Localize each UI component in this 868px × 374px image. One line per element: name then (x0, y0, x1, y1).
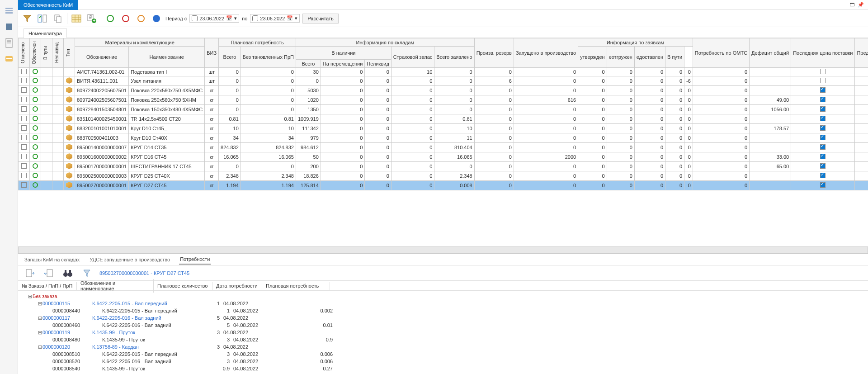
tree-row[interactable]: ⊟0000000119К.1435-99 - Пруток304.08.2022 (23, 329, 863, 336)
col-na-perem[interactable]: На перемещении (321, 60, 365, 68)
col-neotgr[interactable]: еотгружен (607, 47, 634, 68)
table-row[interactable]: АИСТ.741361.002-01Подставка тип Iшт00300… (19, 68, 868, 76)
window-pin-icon[interactable]: 📌 (857, 2, 864, 8)
row-checkbox[interactable] (21, 87, 27, 93)
copy-icon[interactable] (52, 12, 64, 25)
col-utv[interactable]: утвержден (578, 47, 607, 68)
tree-row[interactable]: ⊟Без заказа (23, 293, 863, 300)
col-otmecheno[interactable]: Отмечено (20, 39, 28, 66)
col-vputi[interactable]: В пути (43, 39, 50, 66)
filter-icon[interactable] (21, 12, 33, 25)
rail-icon-3[interactable] (3, 37, 15, 49)
row-checkbox-2[interactable] (820, 78, 826, 83)
detail-col-req[interactable]: Плановая потребность (262, 282, 330, 290)
col-vputi2[interactable]: В пути (665, 47, 684, 68)
detail-item-link[interactable]: 895002700000000001 - КРУГ D27 СТ45 (99, 270, 189, 276)
table-row[interactable]: 809728401503504801Поковка 150х350х480 4Х… (19, 105, 868, 114)
row-checkbox-2[interactable] (820, 116, 826, 121)
filter-icon-2[interactable] (80, 267, 93, 279)
col-strax[interactable]: Страховой запас (391, 47, 434, 68)
row-checkbox-2[interactable] (820, 154, 826, 159)
tree-row[interactable]: ⊟0000000120К.13758-89 - Кардан304.08.202… (23, 343, 863, 350)
row-checkbox-2[interactable] (820, 125, 826, 131)
tree-row[interactable]: 0000008540К.1435-99 - Пруток0.904.08.202… (23, 365, 863, 372)
main-grid[interactable]: Отмечено Обеспечен В пути Неликвид Тип М… (18, 38, 868, 246)
col-posl-cena[interactable]: Последняя цена поставки (791, 38, 855, 68)
bottom-tab-needs[interactable]: Потребности (179, 255, 211, 265)
bottom-tab-stocks[interactable]: Запасы КиМ на складах (24, 255, 80, 264)
col-vsego2[interactable]: Всего (296, 60, 321, 68)
row-checkbox[interactable] (21, 144, 27, 150)
table-row[interactable]: 883700500401003Круг D10 Ст40Хкг343497900… (19, 133, 868, 143)
col-naim[interactable]: Наименование (129, 47, 205, 68)
col-vnalichii[interactable]: В наличии (296, 47, 391, 60)
row-checkbox-2[interactable] (820, 97, 826, 102)
tree-row[interactable]: 0000008510К.6422-2205-015 - Вал передний… (23, 350, 863, 358)
row-checkbox[interactable] (21, 154, 27, 159)
row-checkbox-2[interactable] (820, 182, 826, 188)
date-to-input[interactable]: 23.06.2022📅▾ (250, 14, 300, 23)
col-info-sklad[interactable]: Информация по складам (296, 38, 474, 47)
tree-expand-icon[interactable]: ⊟ (37, 301, 42, 307)
row-checkbox-2[interactable] (820, 144, 826, 150)
row-checkbox-2[interactable] (820, 69, 826, 74)
detail-col-qty[interactable]: Плановое количество (154, 282, 212, 290)
table-row[interactable]: 895002700000000001КРУГ D27 СТ45кг1.1941.… (19, 181, 868, 190)
col-oboz[interactable]: Обозначение (75, 47, 129, 68)
table-row[interactable]: 895002500000000003КРУГ D25 СТ40Хкг2.3482… (19, 171, 868, 181)
col-materials[interactable]: Материалы и комплектующие (75, 38, 205, 47)
col-bez-prp[interactable]: Без тановленных ПрП (241, 47, 296, 68)
row-checkbox-2[interactable] (820, 163, 826, 169)
col-predmet[interactable]: Предмет поставки (855, 38, 868, 68)
col-edost[interactable]: едоставлен (634, 47, 665, 68)
detail-col-order[interactable]: № Заказа / ПлП / ПрП (18, 282, 77, 290)
row-checkbox[interactable] (21, 163, 27, 169)
tree-row[interactable]: 0000008440К.6422-2205-015 - Вал передний… (23, 307, 863, 314)
col-obespecheno[interactable]: Обеспечен (32, 39, 39, 66)
tree-row[interactable]: 0000008520К.6422-2205-016 - Вал задний30… (23, 358, 863, 365)
grid-icon[interactable] (70, 12, 83, 25)
col-nelikvid[interactable]: Неликвид (54, 39, 61, 66)
table-row[interactable]: 883200101001010001Круг D10 Ст45_кг101011… (19, 124, 868, 133)
col-tip[interactable]: Тип (66, 39, 73, 66)
bottom-tab-udse[interactable]: УДСЕ запущенные в производство (89, 255, 171, 264)
row-checkbox[interactable] (21, 69, 27, 74)
binoculars-icon[interactable] (61, 267, 74, 279)
table-row[interactable]: 835101400025450001ТР. 14х2.5х4500 СТ20кг… (19, 114, 868, 124)
row-checkbox-2[interactable] (820, 87, 826, 93)
window-restore-icon[interactable]: 🗖 (848, 2, 855, 8)
detail-icon-1[interactable] (24, 267, 36, 279)
detail-col-desc[interactable]: Обозначение и наименование (77, 279, 154, 293)
status-orange-icon[interactable] (135, 12, 147, 25)
tree-expand-icon[interactable]: ⊟ (37, 315, 42, 321)
col-deficit[interactable]: Дефицит общий (750, 38, 791, 68)
money-icon[interactable]: ₽+ (85, 12, 98, 25)
row-checkbox-2[interactable] (820, 106, 826, 112)
tree-expand-icon[interactable]: ⊟ (37, 344, 42, 350)
row-checkbox[interactable] (21, 97, 27, 102)
tree-row[interactable]: ⊟0000000117К.6422-2205-016 - Вал задний5… (23, 314, 863, 322)
table-row[interactable]: 895001400000000007КРУГ D14 СТ35кг824.832… (19, 143, 868, 152)
status-blue-icon[interactable] (150, 12, 163, 25)
detail-tree[interactable]: ⊟Без заказа⊟0000000115К.6422-2205-015 - … (18, 291, 868, 374)
checklist-icon[interactable] (36, 12, 49, 25)
col-zapusch[interactable]: Запущено в производство (514, 38, 578, 68)
col-nelikvid2[interactable]: Неликвид (365, 60, 391, 68)
col-vsego1[interactable]: Всего (219, 47, 241, 68)
col-biz[interactable]: БИЗ (205, 38, 219, 68)
col-proizv[interactable]: Произв. резерв (474, 38, 514, 68)
row-checkbox-2[interactable] (820, 173, 826, 178)
table-row[interactable]: 895001700000000001ШЕСТИГРАННИК 17 СТ45кг… (19, 162, 868, 171)
calculate-button[interactable]: Рассчитать (302, 14, 338, 24)
detail-col-date[interactable]: Дата потребности (212, 282, 262, 290)
row-checkbox[interactable] (21, 125, 27, 131)
col-vsego-z[interactable]: Всего заявлено (434, 47, 474, 68)
rail-icon-2[interactable] (3, 20, 15, 33)
table-row[interactable]: 809724002205607501Поковка 220х560х750 4Х… (19, 86, 868, 95)
rail-icon-4[interactable] (3, 53, 15, 66)
row-checkbox[interactable] (21, 182, 27, 188)
status-green-icon[interactable] (104, 12, 117, 25)
row-checkbox[interactable] (21, 135, 27, 140)
detail-icon-2[interactable] (42, 267, 55, 279)
tree-row[interactable]: 0000008460К.6422-2205-016 - Вал задний50… (23, 322, 863, 329)
